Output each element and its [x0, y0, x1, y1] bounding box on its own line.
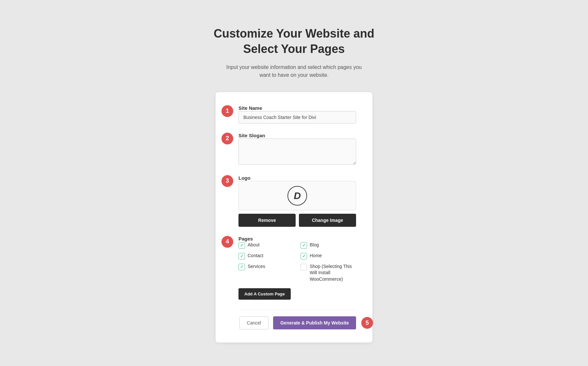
publish-button[interactable]: Generate & Publish My Website: [273, 316, 356, 329]
step2-label: Site Slogan: [238, 133, 265, 138]
step1-badge: 1: [221, 105, 233, 117]
step2-section: 2 Site Slogan: [238, 133, 356, 166]
page-item-shop[interactable]: Shop (Selecting This Will Install WooCom…: [301, 263, 356, 283]
step3-badge: 3: [221, 175, 233, 187]
about-label: About: [248, 242, 260, 248]
contact-checkbox[interactable]: [238, 253, 245, 259]
blog-checkbox[interactable]: [301, 242, 307, 249]
page-item-services[interactable]: Services: [238, 263, 294, 283]
home-checkbox[interactable]: [301, 253, 307, 259]
form-footer: Cancel Generate & Publish My Website 5: [238, 309, 356, 329]
remove-logo-button[interactable]: Remove: [238, 214, 296, 227]
change-image-button[interactable]: Change Image: [299, 214, 356, 227]
about-checkbox[interactable]: [238, 242, 245, 249]
contact-label: Contact: [248, 253, 263, 259]
step3-label: Logo: [238, 175, 251, 181]
site-name-input[interactable]: [238, 111, 356, 124]
page-title: Customize Your Website and Select Your P…: [214, 26, 374, 57]
pages-grid: About Blog Contact Home: [238, 242, 356, 283]
page-item-about[interactable]: About: [238, 242, 294, 249]
logo-preview: D: [238, 181, 356, 210]
step1-label: Site Name: [238, 105, 262, 111]
page-item-blog[interactable]: Blog: [301, 242, 356, 249]
shop-checkbox[interactable]: [301, 264, 307, 270]
site-slogan-input[interactable]: [238, 139, 356, 165]
services-checkbox[interactable]: [238, 264, 245, 270]
page-container: Customize Your Website and Select Your P…: [0, 13, 588, 356]
blog-label: Blog: [310, 242, 319, 248]
step2-badge: 2: [221, 133, 233, 144]
page-subtitle: Input your website information and selec…: [222, 63, 366, 79]
step5-badge: 5: [361, 317, 373, 329]
page-item-home[interactable]: Home: [301, 253, 356, 259]
step3-section: 3 Logo D Remove Change Image: [238, 175, 356, 227]
logo-button-row: Remove Change Image: [238, 214, 356, 227]
shop-label: Shop (Selecting This Will Install WooCom…: [310, 263, 356, 283]
step1-section: 1 Site Name: [238, 105, 356, 124]
services-label: Services: [248, 263, 265, 270]
add-custom-page-button[interactable]: Add A Custom Page: [238, 288, 291, 300]
page-item-contact[interactable]: Contact: [238, 253, 294, 259]
step4-section: 4 Pages About Blog Contact: [238, 236, 356, 300]
step4-label: Pages: [238, 236, 253, 241]
cancel-button[interactable]: Cancel: [239, 316, 269, 329]
step4-badge: 4: [221, 236, 233, 248]
logo-icon: D: [287, 186, 307, 206]
form-card: 1 Site Name 2 Site Slogan 3 Logo D Remov…: [216, 92, 372, 343]
home-label: Home: [310, 253, 322, 259]
